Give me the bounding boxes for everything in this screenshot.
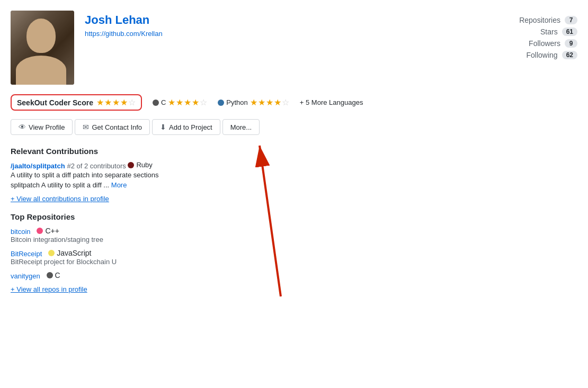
py-star-3: ★ — [266, 97, 273, 107]
repo-bitcoin-lang: C++ — [37, 227, 59, 235]
action-buttons: 👁 View Profile ✉ Get Contact Info ⬇ Add … — [11, 119, 461, 135]
repo-bitreceipt-link[interactable]: BitReceipt — [11, 250, 42, 258]
view-profile-button[interactable]: 👁 View Profile — [11, 119, 73, 135]
cpp-name: C++ — [45, 227, 59, 235]
py-star-1: ★ — [250, 97, 257, 107]
profile-info: Josh Lehan https://github.com/Krellan — [85, 11, 461, 38]
view-all-repos-link[interactable]: + View all repos in profile — [11, 285, 461, 293]
js-dot — [48, 250, 55, 256]
view-profile-label: View Profile — [29, 123, 65, 131]
right-panel: Repositories 7 Stars 61 Followers 9 Foll… — [461, 11, 577, 303]
star-3: ★ — [112, 97, 120, 107]
contrib-repo-link[interactable]: /jaalto/splitpatch — [11, 162, 65, 170]
coder-score-box: SeekOut Coder Score ★ ★ ★ ★ ☆ — [11, 94, 142, 111]
avatar — [11, 11, 74, 85]
contrib-lang-name: Ruby — [136, 161, 152, 169]
repo-bitreceipt-lang: JavaScript — [48, 249, 91, 257]
repo-bitcoin-link[interactable]: bitcoin — [11, 228, 31, 236]
get-contact-button[interactable]: ✉ Get Contact Info — [75, 119, 150, 135]
profile-url[interactable]: https://github.com/Krellan — [85, 30, 163, 38]
py-star-4: ★ — [274, 97, 281, 107]
stats-table: Repositories 7 Stars 61 Followers 9 Foll… — [461, 16, 577, 59]
star-5-empty: ☆ — [128, 97, 136, 107]
lang-c-dot — [153, 100, 159, 106]
contributions-title: Relevant Contributions — [11, 147, 461, 156]
profile-header: Josh Lehan https://github.com/Krellan — [11, 11, 461, 85]
repos-title: Top Repositories — [11, 212, 461, 221]
star-4: ★ — [120, 97, 128, 107]
stat-followers: Followers 9 — [461, 39, 577, 48]
add-to-project-label: Add to Project — [169, 123, 212, 131]
lang-python-name: Python — [226, 98, 247, 106]
view-all-contributions-link[interactable]: + View all contributions in profile — [11, 195, 461, 203]
stat-repositories: Repositories 7 — [461, 16, 577, 24]
repositories-label: Repositories — [519, 16, 560, 24]
lang-c-name: C — [161, 98, 166, 106]
more-label: More... — [230, 123, 252, 131]
followers-value: 9 — [565, 39, 577, 48]
eye-icon: 👁 — [19, 123, 26, 131]
stars-label: Stars — [540, 28, 558, 36]
lang-c-stars: ★ ★ ★ ★ ☆ — [168, 97, 207, 107]
py-star-2: ★ — [258, 97, 265, 107]
repo-bitcoin-desc: Bitcoin integration/staging tree — [11, 236, 461, 243]
profile-name: Josh Lehan — [85, 13, 461, 27]
coder-score-label: SeekOut Coder Score — [17, 98, 93, 107]
repo-bitreceipt-desc: BitReceipt project for Blockchain U — [11, 258, 461, 266]
more-button[interactable]: More... — [222, 119, 260, 135]
star-1: ★ — [96, 97, 104, 107]
lang-python-dot — [218, 100, 224, 106]
repo-bitreceipt: BitReceipt JavaScript BitReceipt project… — [11, 249, 461, 266]
c-star-1: ★ — [168, 97, 175, 107]
stat-following: Following 62 — [461, 51, 577, 59]
followers-label: Followers — [529, 39, 560, 48]
c-vanitygen-name: C — [55, 271, 60, 279]
contrib-desc-2: splitpatch A utility to split a diff ...… — [11, 180, 461, 191]
lang-c: C ★ ★ ★ ★ ☆ — [153, 97, 207, 107]
coder-score-section: SeekOut Coder Score ★ ★ ★ ★ ☆ C ★ ★ ★ ★ … — [11, 94, 461, 111]
coder-score-stars: ★ ★ ★ ★ ☆ — [96, 97, 136, 107]
contribution-item: /jaalto/splitpatch #2 of 2 contributors … — [11, 161, 461, 191]
email-icon: ✉ — [83, 123, 89, 131]
js-name: JavaScript — [57, 249, 91, 257]
c-star-2: ★ — [176, 97, 183, 107]
contrib-lang-dot — [128, 162, 134, 168]
stars-value: 61 — [562, 28, 577, 36]
c-star-5-empty: ☆ — [200, 97, 207, 107]
more-link[interactable]: More — [111, 181, 127, 189]
following-value: 62 — [562, 51, 577, 59]
repo-vanitygen: vanitygen C — [11, 271, 461, 280]
stat-stars: Stars 61 — [461, 28, 577, 36]
repo-vanitygen-lang: C — [47, 271, 60, 279]
following-label: Following — [527, 51, 558, 59]
more-languages[interactable]: + 5 More Languages — [300, 98, 363, 106]
py-star-5-empty: ☆ — [282, 97, 289, 107]
c-star-3: ★ — [184, 97, 191, 107]
contrib-desc-1: A utility to split a diff patch into sep… — [11, 170, 461, 181]
c-star-4: ★ — [192, 97, 199, 107]
c-vanitygen-dot — [47, 272, 53, 278]
repo-bitcoin: bitcoin C++ Bitcoin integration/staging … — [11, 227, 461, 243]
add-to-project-button[interactable]: ⬇ Add to Project — [152, 119, 220, 135]
cpp-dot — [37, 228, 43, 234]
lang-python: Python ★ ★ ★ ★ ☆ — [218, 97, 289, 107]
contrib-lang: Ruby — [128, 161, 152, 169]
get-contact-label: Get Contact Info — [92, 123, 142, 131]
lang-python-stars: ★ ★ ★ ★ ☆ — [250, 97, 289, 107]
star-2: ★ — [104, 97, 112, 107]
contrib-meta: #2 of 2 contributors — [67, 162, 128, 170]
repo-vanitygen-link[interactable]: vanitygen — [11, 272, 40, 280]
repositories-value: 7 — [565, 16, 577, 24]
download-icon: ⬇ — [160, 123, 166, 131]
